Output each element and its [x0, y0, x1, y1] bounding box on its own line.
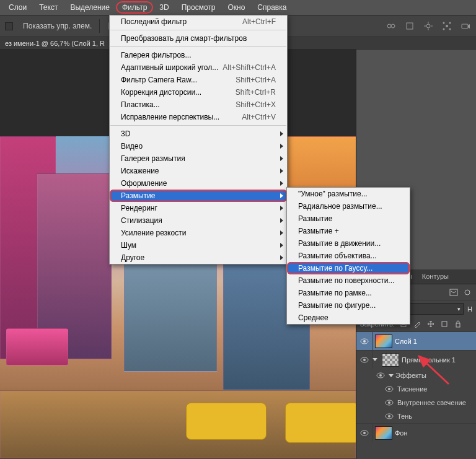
submenu-3d[interactable]: 3D	[110, 128, 287, 140]
blur-gaussian[interactable]: Размытие по Гауссу...	[287, 262, 410, 274]
svg-point-10	[446, 25, 448, 27]
lock-brush-icon[interactable]	[412, 320, 422, 328]
layer-row-1[interactable]: Слой 1	[356, 331, 476, 350]
blur-surface[interactable]: Размытие по поверхности...	[287, 274, 410, 287]
svg-point-31	[388, 401, 390, 404]
submenu-pixelate[interactable]: Оформление	[110, 177, 287, 190]
svg-rect-16	[450, 289, 457, 295]
svg-point-35	[363, 432, 366, 434]
menu-view[interactable]: Просмотр	[175, 1, 222, 14]
svg-point-2	[387, 24, 391, 28]
menu-camera-raw[interactable]: Фильтр Camera Raw...Shift+Ctrl+A	[110, 74, 287, 86]
blur-average[interactable]: Среднее	[287, 312, 410, 324]
svg-point-14	[449, 28, 451, 30]
svg-point-17	[465, 290, 470, 295]
menu-vanishing-point[interactable]: Исправление перспективы...Alt+Ctrl+V	[110, 111, 287, 123]
svg-point-5	[426, 24, 430, 28]
filter-icon[interactable]	[449, 288, 459, 297]
svg-point-13	[443, 28, 445, 30]
submenu-noise[interactable]: Шум	[110, 239, 287, 251]
eye-icon[interactable]	[384, 412, 394, 421]
eye-icon[interactable]	[384, 385, 394, 393]
lock-all-icon[interactable]	[453, 320, 463, 328]
menu-adaptive-wide[interactable]: Адаптивный широкий угол...Alt+Shift+Ctrl…	[110, 61, 287, 74]
svg-point-25	[363, 359, 366, 361]
toolbar-icon-5[interactable]	[460, 20, 471, 32]
layer-thumb[interactable]	[375, 334, 392, 348]
opacity-label: Н	[467, 305, 472, 313]
eye-icon[interactable]	[359, 356, 369, 364]
eye-icon[interactable]	[384, 398, 394, 407]
menu-filter-gallery[interactable]: Галерея фильтров...	[110, 49, 287, 61]
menu-lens-correction[interactable]: Коррекция дисторсии...Shift+Ctrl+R	[110, 86, 287, 98]
blur-motion[interactable]: Размытие в движении...	[287, 237, 410, 250]
effect-name: Внутреннее свечение	[397, 399, 466, 406]
blur-submenu: "Умное" размытие... Радиальное размытие.…	[286, 187, 410, 325]
blur-lens[interactable]: Размытие объектива...	[287, 250, 410, 262]
svg-point-27	[379, 374, 382, 377]
effect-item[interactable]: Тиснение	[356, 382, 476, 396]
submenu-sharpen[interactable]: Усиление резкости	[110, 227, 287, 239]
svg-point-3	[391, 24, 395, 28]
menu-3d[interactable]: 3D	[153, 1, 175, 14]
menu-select[interactable]: Выделение	[64, 1, 116, 14]
svg-rect-4	[407, 23, 413, 29]
layer-name[interactable]: Слой 1	[395, 338, 417, 345]
lock-move-icon[interactable]	[426, 320, 436, 328]
blur-shape[interactable]: Размытие по фигуре...	[287, 299, 410, 312]
effects-label: Эффекты	[395, 372, 426, 379]
expand-toggle[interactable]	[372, 358, 377, 361]
submenu-other[interactable]: Другое	[110, 251, 287, 264]
submenu-stylize[interactable]: Стилизация	[110, 214, 287, 227]
menu-help[interactable]: Справка	[251, 1, 293, 14]
blur-more[interactable]: Размытие +	[287, 225, 410, 237]
layer-name[interactable]: Прямоугольник 1	[402, 356, 456, 364]
layer-name[interactable]: Фон	[395, 429, 408, 437]
filter-icon-2[interactable]	[462, 288, 472, 297]
menu-convert-smart[interactable]: Преобразовать для смарт-фильтров	[110, 32, 287, 45]
blur-radial[interactable]: Радиальное размытие...	[287, 200, 410, 212]
menu-filter[interactable]: Фильтр	[116, 1, 153, 14]
options-divider	[99, 19, 100, 33]
blur-box[interactable]: Размытие по рамке...	[287, 287, 410, 299]
show-controls-label: Показать упр. элем.	[23, 22, 92, 30]
effect-item[interactable]: Внутреннее свечение	[356, 396, 476, 409]
svg-rect-21	[456, 323, 460, 327]
svg-point-11	[443, 22, 445, 24]
menu-window[interactable]: Окно	[221, 1, 251, 14]
layer-row-2[interactable]: Прямоугольник 1	[356, 350, 476, 369]
menu-text[interactable]: Текст	[33, 1, 64, 14]
layer-row-bg[interactable]: Фон	[356, 423, 476, 442]
toolbar-icon-4[interactable]	[441, 20, 452, 32]
submenu-blur-gallery[interactable]: Галерея размытия	[110, 152, 287, 165]
eye-icon[interactable]	[376, 371, 386, 380]
show-controls-checkbox[interactable]	[5, 22, 13, 30]
lock-artboard-icon[interactable]	[439, 320, 449, 328]
document-tab[interactable]: ез имени-1 @ 66,7% (Слой 1, R	[5, 40, 105, 47]
layer-thumb[interactable]	[382, 353, 399, 367]
eye-icon[interactable]	[359, 429, 369, 437]
svg-rect-15	[462, 24, 468, 28]
toolbar-icon-1[interactable]	[386, 20, 397, 32]
svg-point-12	[449, 22, 451, 24]
eye-icon[interactable]	[359, 337, 369, 346]
menu-liquify[interactable]: Пластика...Shift+Ctrl+X	[110, 98, 287, 111]
effect-name: Тень	[397, 413, 412, 420]
toolbar-icon-3[interactable]	[423, 20, 434, 32]
tab-paths[interactable]: Контуры	[417, 269, 454, 284]
effects-toggle[interactable]	[389, 374, 394, 377]
effect-item[interactable]: Тень	[356, 409, 476, 423]
submenu-render[interactable]: Рендеринг	[110, 202, 287, 214]
menu-last-filter[interactable]: Последний фильтр Alt+Ctrl+F	[110, 15, 287, 28]
effects-row[interactable]: Эффекты	[356, 369, 476, 382]
layer-thumb[interactable]	[375, 426, 392, 440]
menu-layers[interactable]: Слои	[2, 1, 33, 14]
blur-basic[interactable]: Размытие	[287, 212, 410, 225]
submenu-video[interactable]: Видео	[110, 140, 287, 152]
filter-dropdown: Последний фильтр Alt+Ctrl+F Преобразоват…	[109, 15, 288, 264]
toolbar-icon-2[interactable]	[404, 20, 415, 32]
blur-smart[interactable]: "Умное" размытие...	[287, 188, 410, 200]
submenu-blur[interactable]: Размытие	[110, 190, 287, 202]
svg-point-33	[388, 415, 390, 417]
submenu-distort[interactable]: Искажение	[110, 165, 287, 177]
